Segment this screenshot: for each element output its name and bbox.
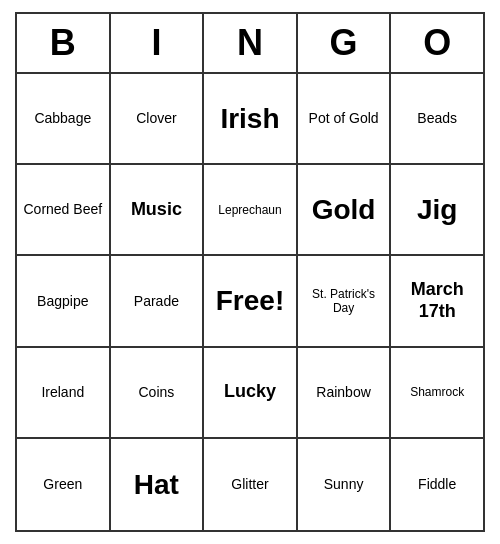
- grid-cell-1-4: Jig: [391, 165, 483, 256]
- grid-cell-2-0: Bagpipe: [17, 256, 111, 347]
- grid-cell-2-1: Parade: [111, 256, 205, 347]
- grid-cell-0-0: Cabbage: [17, 74, 111, 165]
- grid-cell-4-0: Green: [17, 439, 111, 530]
- grid-cell-4-3: Sunny: [298, 439, 392, 530]
- grid-cell-2-4: March 17th: [391, 256, 483, 347]
- header-cell-N: N: [204, 14, 298, 74]
- grid-cell-1-1: Music: [111, 165, 205, 256]
- grid-cell-3-3: Rainbow: [298, 348, 392, 439]
- grid-cell-3-4: Shamrock: [391, 348, 483, 439]
- grid-cell-3-2: Lucky: [204, 348, 298, 439]
- grid-cell-1-0: Corned Beef: [17, 165, 111, 256]
- grid-cell-3-1: Coins: [111, 348, 205, 439]
- header-row: BINGO: [17, 14, 483, 74]
- header-cell-G: G: [298, 14, 392, 74]
- grid-cell-4-1: Hat: [111, 439, 205, 530]
- bingo-card: BINGO CabbageCloverIrishPot of GoldBeads…: [15, 12, 485, 532]
- grid-row-2: BagpipeParadeFree!St. Patrick's DayMarch…: [17, 256, 483, 347]
- grid-cell-3-0: Ireland: [17, 348, 111, 439]
- grid-cell-1-2: Leprechaun: [204, 165, 298, 256]
- grid-row-3: IrelandCoinsLuckyRainbowShamrock: [17, 348, 483, 439]
- grid-cell-0-3: Pot of Gold: [298, 74, 392, 165]
- grid-row-0: CabbageCloverIrishPot of GoldBeads: [17, 74, 483, 165]
- grid-row-1: Corned BeefMusicLeprechaunGoldJig: [17, 165, 483, 256]
- grid-cell-4-4: Fiddle: [391, 439, 483, 530]
- header-cell-O: O: [391, 14, 483, 74]
- grid-cell-0-1: Clover: [111, 74, 205, 165]
- grid-cell-2-3: St. Patrick's Day: [298, 256, 392, 347]
- grid-cell-0-2: Irish: [204, 74, 298, 165]
- grid-cell-0-4: Beads: [391, 74, 483, 165]
- bingo-grid: CabbageCloverIrishPot of GoldBeadsCorned…: [17, 74, 483, 530]
- grid-cell-4-2: Glitter: [204, 439, 298, 530]
- grid-row-4: GreenHatGlitterSunnyFiddle: [17, 439, 483, 530]
- header-cell-I: I: [111, 14, 205, 74]
- header-cell-B: B: [17, 14, 111, 74]
- grid-cell-1-3: Gold: [298, 165, 392, 256]
- grid-cell-2-2: Free!: [204, 256, 298, 347]
